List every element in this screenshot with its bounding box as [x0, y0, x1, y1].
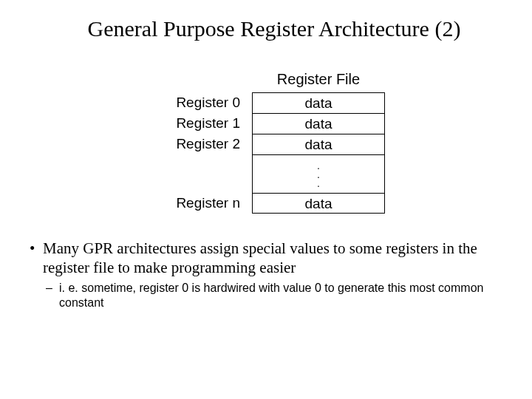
register-row: Register 1 data	[163, 113, 385, 134]
ellipsis-cell: ...	[252, 154, 385, 193]
register-cell: data	[252, 113, 385, 134]
slide: General Purpose Register Architecture (2…	[0, 0, 532, 399]
register-row: Register 0 data	[163, 92, 385, 113]
diagram-heading: Register File	[252, 71, 385, 88]
register-label: Register 1	[163, 115, 252, 132]
register-row: Register n data	[163, 193, 385, 214]
register-cell: data	[252, 134, 385, 154]
slide-title: General Purpose Register Architecture (2…	[30, 16, 519, 41]
register-file-diagram: Register File Register 0 data Register 1…	[30, 71, 519, 214]
register-row: Register 2 data	[163, 134, 385, 154]
sub-bullet-text: i. e. sometime, register 0 is hardwired …	[59, 282, 483, 309]
register-cell: data	[252, 92, 385, 113]
register-cell: data	[252, 193, 385, 214]
register-label: Register 0	[163, 95, 252, 111]
sub-bullet-item: i. e. sometime, register 0 is hardwired …	[43, 281, 519, 311]
bullet-item: Many GPR architectures assign special va…	[30, 239, 519, 310]
register-ellipsis-row: ...	[163, 154, 385, 193]
register-label: Register n	[163, 195, 252, 211]
bullet-list: Many GPR architectures assign special va…	[30, 239, 519, 310]
bullet-text: Many GPR architectures assign special va…	[43, 239, 477, 276]
register-label: Register 2	[163, 136, 252, 152]
